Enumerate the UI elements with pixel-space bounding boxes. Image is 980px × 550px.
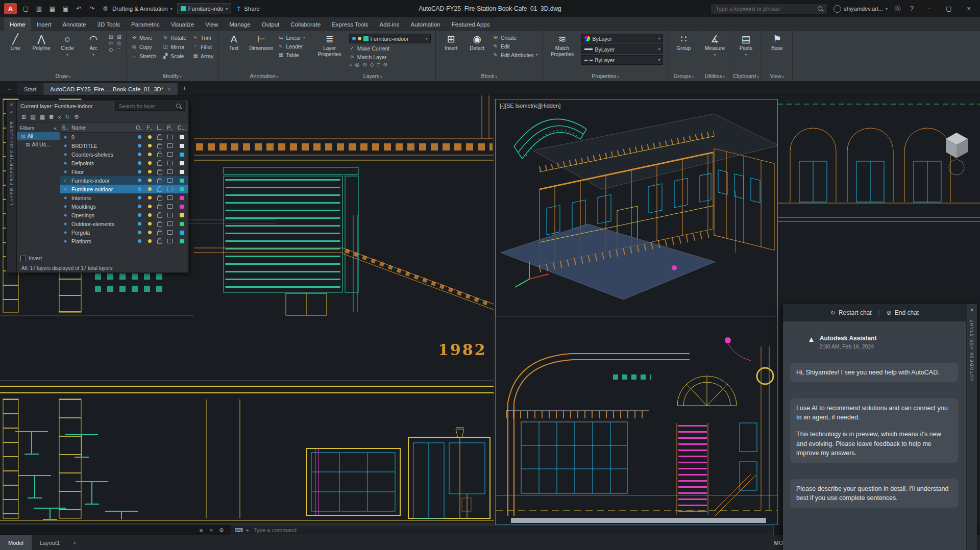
quick-layer-dropdown[interactable]: Furniture-indo▾ <box>177 3 232 14</box>
layer-on-icon[interactable] <box>138 135 141 139</box>
layer-color-swatch[interactable] <box>180 187 184 191</box>
layer-dropdown[interactable]: Furniture-indoor ▾ <box>349 34 431 43</box>
restart-chat-button[interactable]: ↻Restart chat <box>830 309 872 316</box>
layer-lock-icon[interactable] <box>157 240 162 244</box>
stretch-button[interactable]: ↔Stretch <box>131 52 156 60</box>
bottom-viewport-drawing[interactable] <box>496 316 777 524</box>
filter-all-used[interactable]: ▤All Us... <box>17 140 60 148</box>
layer-unisolate-icon[interactable]: ⊘ <box>383 62 387 67</box>
panel-groups-label[interactable]: Groups <box>668 72 699 81</box>
layer-freeze-icon[interactable] <box>148 135 152 139</box>
layer-freeze-icon[interactable] <box>148 161 152 165</box>
panel-annotation-label[interactable]: Annotation <box>218 72 309 81</box>
filter-all[interactable]: ▤All <box>17 132 60 140</box>
ribbon-tab-add-ins[interactable]: Add-ins <box>374 17 405 31</box>
layer-on-icon[interactable] <box>138 144 141 147</box>
panel-utilities-label[interactable]: Utilities <box>699 72 730 81</box>
hatch-icon[interactable]: ▨ <box>109 34 113 39</box>
layer-freeze-icon[interactable] <box>148 231 152 234</box>
layer-lock-icon[interactable] <box>157 170 162 174</box>
layer-plot-icon[interactable] <box>167 161 173 165</box>
ribbon-tab-home[interactable]: Home <box>4 17 31 31</box>
bottom-viewport[interactable] <box>495 316 778 525</box>
layer-on-icon[interactable] <box>138 170 141 173</box>
ribbon-tab-output[interactable]: Output <box>256 17 285 31</box>
layer-row-brdtitle[interactable]: ◆BRDTITLE <box>60 141 188 150</box>
rectangle-icon[interactable]: ▭ <box>109 40 113 46</box>
layer-color-swatch[interactable] <box>180 231 184 235</box>
layer-on-icon[interactable] <box>138 153 141 156</box>
layer-row-openings[interactable]: ◆Openings <box>60 211 188 219</box>
layer-plot-icon[interactable] <box>167 135 173 139</box>
dimension-button[interactable]: ⊢Dimension <box>249 34 273 52</box>
collapse-filters-icon[interactable]: « <box>54 125 57 131</box>
ribbon-tab-manage[interactable]: Manage <box>224 17 256 31</box>
ribbon-tab-visualize[interactable]: Visualize <box>165 17 200 31</box>
layer-plot-icon[interactable] <box>167 187 173 191</box>
layer-color-swatch[interactable] <box>180 153 184 157</box>
delete-layer-icon[interactable]: × <box>58 114 61 120</box>
command-input[interactable] <box>252 527 770 534</box>
layer-freeze-tool-icon[interactable]: ⊙ <box>362 62 366 67</box>
layout1-tab[interactable]: Layout1 <box>32 535 68 550</box>
layer-row-floor[interactable]: ◆Floor <box>60 167 188 176</box>
layer-freeze-icon[interactable] <box>148 239 152 243</box>
layer-plot-icon[interactable] <box>167 143 173 148</box>
scale-button[interactable]: ▞Scale <box>162 52 186 60</box>
end-chat-button[interactable]: ⊘End chat <box>887 309 919 316</box>
layer-lock-icon[interactable] <box>157 196 162 201</box>
mirror-button[interactable]: ◫Mirror <box>162 43 186 51</box>
undo-icon[interactable]: ↶ <box>75 5 83 12</box>
fillet-button[interactable]: ◜Fillet <box>192 43 213 51</box>
make-current-button[interactable]: ✓Make Current <box>349 44 431 52</box>
panel-block-label[interactable]: Block <box>436 72 543 81</box>
gradient-icon[interactable]: ▧ <box>116 34 121 39</box>
close-tab-icon[interactable]: × <box>167 86 170 92</box>
group-button[interactable]: ∷Group <box>673 34 694 52</box>
new-tab-button[interactable]: + <box>178 81 191 95</box>
layer-on-icon[interactable] <box>138 205 141 208</box>
layer-properties-manager-palette[interactable]: × « LAYER PROPERTIES MANAGER Current lay… <box>6 100 189 273</box>
copy-button[interactable]: ⧉Copy <box>131 43 156 51</box>
panel-clipboard-label[interactable]: Clipboard <box>730 72 761 81</box>
autodesk-access-icon[interactable]: Ⓐ <box>893 5 902 13</box>
line-button[interactable]: ╱Line <box>5 34 26 52</box>
layer-search-box[interactable] <box>115 102 185 111</box>
layer-on-icon[interactable] <box>138 187 141 191</box>
search-input[interactable] <box>715 5 814 12</box>
command-line[interactable]: ⌨ ▸ <box>231 526 774 535</box>
layer-freeze-icon[interactable] <box>148 179 152 182</box>
help-icon[interactable]: ? <box>908 5 916 12</box>
plot-icon[interactable]: ▣ <box>61 5 70 12</box>
palette-title-strip[interactable]: × « LAYER PROPERTIES MANAGER <box>7 101 17 272</box>
arc-button[interactable]: ◠Arc▾ <box>83 34 104 57</box>
refresh-icon[interactable]: ↻ <box>65 114 70 120</box>
create-block-button[interactable]: ⊞Create <box>493 34 538 41</box>
new-file-icon[interactable]: ▢ <box>21 5 30 12</box>
layer-lock-icon[interactable] <box>157 222 162 227</box>
viewport-label[interactable]: [-][SE Isometric][Hidden] <box>500 103 560 109</box>
layer-freeze-icon[interactable] <box>148 205 152 208</box>
layer-on-icon[interactable] <box>138 222 141 226</box>
layer-lock-icon[interactable] <box>157 205 162 209</box>
point-icon[interactable]: ⊙ <box>109 47 113 54</box>
new-property-filter-icon[interactable]: ▦ <box>40 114 45 120</box>
text-button[interactable]: AText <box>223 34 244 52</box>
layer-plot-icon[interactable] <box>167 204 173 209</box>
layer-lock-icon[interactable] <box>157 136 162 140</box>
layer-color-swatch[interactable] <box>180 222 184 226</box>
iso-viewport[interactable]: [-][SE Isometric][Hidden] <box>495 99 778 316</box>
layer-freeze-icon[interactable] <box>148 170 152 173</box>
layer-search-input[interactable] <box>118 103 174 110</box>
ellipse-icon[interactable]: ◎ <box>116 40 121 46</box>
trim-button[interactable]: ✂Trim <box>192 34 213 41</box>
layer-on-icon[interactable] <box>138 239 141 243</box>
edit-attributes-button[interactable]: ✎Edit Attributes▾ <box>493 51 538 59</box>
layer-row-mouldings[interactable]: ◆Mouldings <box>60 202 188 211</box>
layer-lock-icon[interactable]: ◇ <box>370 62 374 67</box>
linear-button[interactable]: ⇆Linear▾ <box>278 34 305 41</box>
customize-icon[interactable]: ⚙ <box>216 527 227 534</box>
ribbon-tab-express-tools[interactable]: Express Tools <box>326 17 374 31</box>
match-layer-button[interactable]: ≋Match Layer <box>349 53 431 61</box>
layer-color-swatch[interactable] <box>180 161 184 165</box>
